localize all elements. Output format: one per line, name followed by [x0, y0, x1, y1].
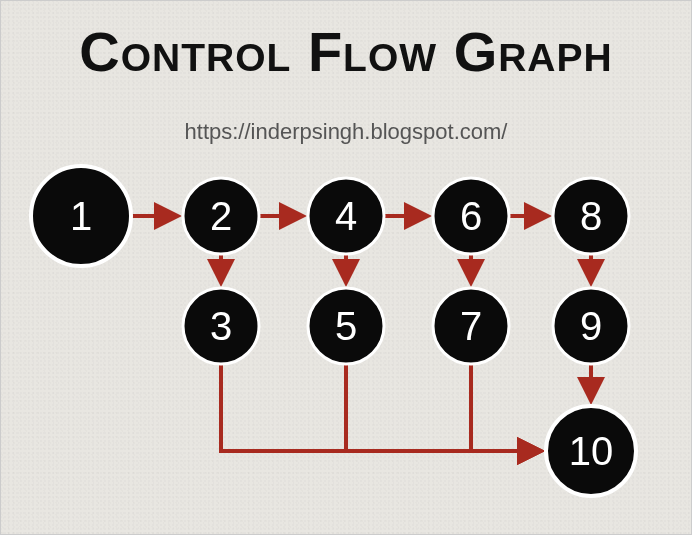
node-4: 4: [308, 178, 384, 254]
node-8: 8: [553, 178, 629, 254]
node-3: 3: [183, 288, 259, 364]
node-label: 5: [335, 304, 357, 348]
node-label: 6: [460, 194, 482, 238]
node-label: 10: [569, 429, 614, 473]
node-label: 7: [460, 304, 482, 348]
diagram-title: Control Flow Graph: [1, 19, 691, 84]
edge-5-to-10: [346, 364, 541, 451]
node-10: 10: [546, 406, 636, 496]
node-2: 2: [183, 178, 259, 254]
control-flow-graph: 12345678910: [1, 151, 692, 521]
node-label: 4: [335, 194, 357, 238]
edge-7-to-10: [471, 364, 541, 451]
node-7: 7: [433, 288, 509, 364]
node-9: 9: [553, 288, 629, 364]
diagram-subtitle: https://inderpsingh.blogspot.com/: [1, 119, 691, 145]
node-1: 1: [31, 166, 131, 266]
node-label: 1: [70, 194, 92, 238]
node-label: 9: [580, 304, 602, 348]
node-6: 6: [433, 178, 509, 254]
node-label: 8: [580, 194, 602, 238]
node-5: 5: [308, 288, 384, 364]
node-label: 3: [210, 304, 232, 348]
edge-3-to-10: [221, 364, 541, 451]
node-label: 2: [210, 194, 232, 238]
